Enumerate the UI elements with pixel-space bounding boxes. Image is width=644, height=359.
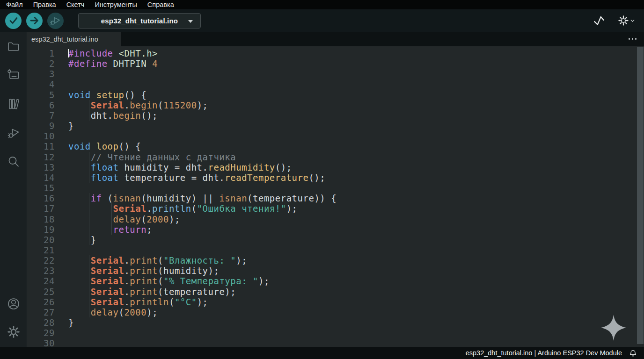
indent-guide	[89, 193, 89, 203]
line-number: 26	[27, 297, 55, 307]
line-number: 9	[27, 121, 55, 131]
notifications-bell-icon[interactable]	[629, 349, 637, 358]
indent-guide	[89, 203, 89, 214]
indent-guide	[89, 152, 89, 162]
indent-guide	[89, 255, 89, 266]
library-manager-icon[interactable]	[6, 96, 21, 111]
tab-esp32-dht-tutorial[interactable]: esp32_dht_tutorial.ino	[27, 32, 121, 46]
boards-manager-icon[interactable]	[6, 67, 21, 82]
line-number: 2	[27, 58, 55, 69]
line-number: 3	[27, 69, 55, 79]
settings-gear-icon[interactable]	[6, 324, 21, 339]
text-cursor	[68, 49, 69, 57]
code-line[interactable]: 6 Serial.begin(115200);	[27, 100, 644, 110]
indent-guide	[111, 224, 112, 235]
chevron-down-icon	[630, 19, 635, 22]
menu-item[interactable]: Справка	[142, 0, 179, 9]
settings-gear-icon[interactable]	[618, 15, 635, 26]
indent-guide	[89, 266, 89, 276]
arduino-ide-window: ФайлПравкаСкетчИнструментыСправка	[0, 0, 644, 359]
line-number: 11	[27, 141, 55, 151]
debug-button[interactable]	[47, 13, 64, 29]
code-line[interactable]: 30	[27, 338, 644, 347]
arrow-right-icon	[27, 13, 43, 29]
tab-label: esp32_dht_tutorial.ino	[31, 36, 98, 43]
code-line[interactable]: 24 Serial.print("% Температура: ");	[27, 276, 644, 286]
status-bar: esp32_dht_tutorial.ino | Arduino ESP32 D…	[0, 347, 644, 359]
line-number: 4	[27, 79, 55, 89]
line-number: 22	[27, 255, 55, 266]
code-line[interactable]: 11void loop() {	[27, 141, 644, 151]
code-line[interactable]: 9}	[27, 121, 644, 131]
sparkle-icon	[600, 314, 627, 341]
sketchbook-folder-icon[interactable]	[6, 38, 21, 53]
code-line[interactable]: 4	[27, 79, 644, 89]
line-number: 24	[27, 276, 55, 286]
code-line[interactable]: 22 Serial.print("Влажность: ");	[27, 255, 644, 266]
code-line[interactable]: 27 delay(2000);	[27, 307, 644, 317]
code-line[interactable]: 12 // Чтение данных с датчика	[27, 152, 644, 162]
line-number: 23	[27, 266, 55, 276]
search-icon[interactable]	[6, 154, 21, 169]
indent-guide	[89, 214, 89, 224]
code-line[interactable]: 10	[27, 131, 644, 141]
code-line[interactable]: 2#define DHTPIN 4	[27, 58, 644, 69]
line-number: 1	[27, 48, 55, 58]
status-sketch-board: esp32_dht_tutorial.ino | Arduino ESP32 D…	[466, 349, 622, 357]
code-line[interactable]: 23 Serial.print(humidity);	[27, 266, 644, 276]
toolbar-right	[592, 13, 644, 28]
code-line[interactable]: 21	[27, 245, 644, 255]
debug-sidebar-icon[interactable]	[6, 125, 21, 140]
code-area[interactable]: 1#include <DHT.h>2#define DHTPIN 4345voi…	[27, 48, 644, 347]
code-line[interactable]: 29	[27, 328, 644, 338]
indent-guide	[89, 162, 89, 172]
indent-guide	[89, 307, 89, 317]
line-number: 13	[27, 162, 55, 172]
code-line[interactable]: 17 Serial.println("Ошибка чтения!");	[27, 203, 644, 214]
line-number: 27	[27, 307, 55, 317]
line-number: 7	[27, 110, 55, 121]
code-line[interactable]: 16 if (isnan(humidity) || isnan(temperat…	[27, 193, 644, 203]
indent-guide	[89, 172, 89, 183]
code-line[interactable]: 28}	[27, 317, 644, 328]
serial-plotter-icon[interactable]	[592, 13, 607, 28]
code-line[interactable]: 14 float temperature = dht.readTemperatu…	[27, 172, 644, 183]
verify-button[interactable]	[5, 13, 22, 29]
line-number: 5	[27, 90, 55, 100]
line-number: 21	[27, 245, 55, 255]
line-number: 28	[27, 317, 55, 328]
code-line[interactable]: 18 delay(2000);	[27, 214, 644, 224]
menu-item[interactable]: Инструменты	[89, 0, 142, 9]
indent-guide	[111, 214, 112, 224]
code-editor[interactable]: 1#include <DHT.h>2#define DHTPIN 4345voi…	[27, 46, 644, 347]
code-line[interactable]: 3	[27, 69, 644, 79]
code-line[interactable]: 15	[27, 183, 644, 193]
menu-item[interactable]: Скетч	[61, 0, 90, 9]
chevron-down-icon	[188, 20, 193, 23]
code-line[interactable]: 20 }	[27, 235, 644, 245]
tab-bar: esp32_dht_tutorial.ino	[27, 32, 644, 46]
line-number: 15	[27, 183, 55, 193]
line-number: 18	[27, 214, 55, 224]
code-line[interactable]: 5void setup() {	[27, 90, 644, 100]
upload-button[interactable]	[26, 13, 43, 29]
code-line[interactable]: 13 float humidity = dht.readHumidity();	[27, 162, 644, 172]
board-selector-value: esp32_dht_tutorial.ino	[101, 17, 178, 25]
code-line[interactable]: 19 return;	[27, 224, 644, 235]
indent-guide	[89, 100, 89, 110]
activity-sidebar	[0, 32, 27, 347]
account-icon[interactable]	[6, 296, 21, 311]
line-number: 17	[27, 203, 55, 214]
more-actions-icon[interactable]	[629, 38, 637, 40]
menu-item[interactable]: Правка	[28, 0, 61, 9]
code-line[interactable]: 26 Serial.println("°C");	[27, 297, 644, 307]
code-line[interactable]: 25 Serial.print(temperature);	[27, 287, 644, 297]
indent-guide	[89, 287, 89, 297]
line-number: 25	[27, 287, 55, 297]
line-number: 30	[27, 338, 55, 347]
board-selector-dropdown[interactable]: esp32_dht_tutorial.ino	[78, 13, 201, 29]
code-line[interactable]: 1#include <DHT.h>	[27, 48, 644, 58]
menu-item[interactable]: Файл	[1, 0, 28, 9]
scrollbar-thumb[interactable]	[637, 47, 644, 344]
code-line[interactable]: 7 dht.begin();	[27, 110, 644, 121]
